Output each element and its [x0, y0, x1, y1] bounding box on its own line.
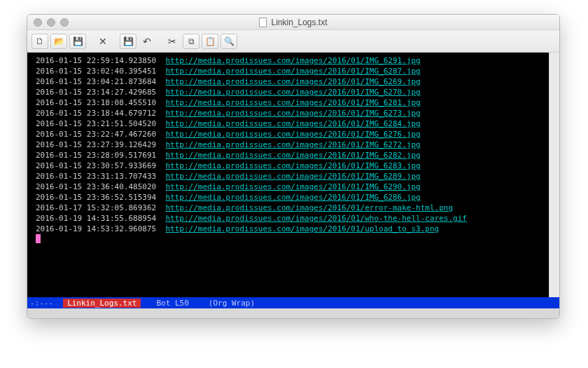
- toolbar: 🗋 📂 💾 ✕ 💾 ↶ ✂ ⧉ 📋 🔍: [27, 30, 559, 53]
- copy-button[interactable]: ⧉: [183, 34, 200, 49]
- modeline-position: Bot L50: [156, 299, 188, 308]
- log-url-link[interactable]: http://media.prodissues.com/images/2016/…: [165, 224, 439, 234]
- search-icon: 🔍: [224, 36, 234, 46]
- log-row: 2016-01-15 23:22:47.467260http://media.p…: [36, 129, 549, 139]
- log-url-link[interactable]: http://media.prodissues.com/images/2016/…: [165, 55, 420, 66]
- log-row: 2016-01-15 23:30:57.933669http://media.p…: [36, 161, 549, 171]
- log-row: 2016-01-15 22:59:14.923850http://media.p…: [36, 55, 549, 66]
- cursor-line: [36, 234, 549, 243]
- log-timestamp: 2016-01-15 23:36:40.485020: [36, 182, 156, 192]
- log-url-link[interactable]: http://media.prodissues.com/images/2016/…: [165, 108, 420, 118]
- log-row: 2016-01-15 23:02:40.395451http://media.p…: [36, 66, 549, 76]
- log-timestamp: 2016-01-15 23:30:57.933669: [36, 161, 156, 171]
- log-timestamp: 2016-01-15 23:27:39.126429: [36, 139, 156, 150]
- log-row: 2016-01-15 23:14:27.429685http://media.p…: [36, 87, 549, 97]
- save-button[interactable]: 💾: [120, 34, 136, 49]
- log-timestamp: 2016-01-15 23:04:21.873684: [36, 76, 156, 87]
- document-icon: [259, 18, 267, 27]
- log-timestamp: 2016-01-15 23:02:40.395451: [36, 66, 156, 76]
- log-timestamp: 2016-01-15 23:18:08.455510: [36, 97, 156, 108]
- log-timestamp: 2016-01-15 23:21:51.504520: [36, 118, 156, 129]
- log-row: 2016-01-15 23:18:08.455510http://media.p…: [36, 97, 549, 108]
- zoom-window-button[interactable]: [60, 18, 69, 27]
- close-icon: ✕: [99, 36, 107, 47]
- copy-icon: ⧉: [188, 36, 195, 46]
- save-icon: 💾: [123, 36, 134, 46]
- titlebar: Linkin_Logs.txt: [27, 15, 559, 30]
- log-timestamp: 2016-01-15 23:14:27.429685: [36, 87, 156, 97]
- log-url-link[interactable]: http://media.prodissues.com/images/2016/…: [165, 192, 420, 203]
- gutter: [27, 53, 36, 297]
- undo-button[interactable]: ↶: [139, 34, 155, 49]
- modeline-mode: (Org Wrap): [209, 299, 255, 308]
- new-file-button[interactable]: 🗋: [31, 34, 48, 49]
- modeline: -:--- Linkin_Logs.txt Bot L50 (Org Wrap): [27, 297, 559, 308]
- log-url-link[interactable]: http://media.prodissues.com/images/2016/…: [165, 139, 420, 150]
- text-content[interactable]: 2016-01-15 22:59:14.923850http://media.p…: [36, 53, 549, 297]
- log-url-link[interactable]: http://media.prodissues.com/images/2016/…: [165, 97, 420, 108]
- modeline-status: -:---: [30, 299, 53, 308]
- log-url-link[interactable]: http://media.prodissues.com/images/2016/…: [165, 182, 420, 192]
- disk-icon: 💾: [73, 36, 83, 46]
- modeline-filename: Linkin_Logs.txt: [63, 299, 141, 308]
- editor-area[interactable]: 2016-01-15 22:59:14.923850http://media.p…: [27, 53, 559, 297]
- new-file-icon: 🗋: [36, 36, 44, 46]
- log-url-link[interactable]: http://media.prodissues.com/images/2016/…: [165, 171, 420, 182]
- log-timestamp: 2016-01-15 23:18:44.679712: [36, 108, 156, 118]
- cut-button[interactable]: ✂: [164, 34, 181, 49]
- editor-window: Linkin_Logs.txt 🗋 📂 💾 ✕ 💾 ↶ ✂ ⧉ 📋 🔍 2016…: [27, 14, 560, 319]
- title-center: Linkin_Logs.txt: [27, 18, 559, 27]
- scrollbar[interactable]: [549, 53, 559, 297]
- log-url-link[interactable]: http://media.prodissues.com/images/2016/…: [165, 203, 453, 213]
- log-row: 2016-01-15 23:36:52.515394http://media.p…: [36, 192, 549, 203]
- minimize-window-button[interactable]: [47, 18, 55, 27]
- log-url-link[interactable]: http://media.prodissues.com/images/2016/…: [165, 161, 420, 171]
- paste-button[interactable]: 📋: [202, 34, 218, 49]
- log-url-link[interactable]: http://media.prodissues.com/images/2016/…: [165, 118, 420, 129]
- dired-button[interactable]: 💾: [69, 34, 86, 49]
- log-timestamp: 2016-01-19 14:31:55.688954: [36, 213, 156, 224]
- cut-icon: ✂: [168, 36, 176, 47]
- log-row: 2016-01-15 23:04:21.873684http://media.p…: [36, 76, 549, 87]
- log-timestamp: 2016-01-15 23:36:52.515394: [36, 192, 156, 203]
- log-row: 2016-01-17 15:32:05.869362http://media.p…: [36, 203, 549, 213]
- log-row: 2016-01-15 23:21:51.504520http://media.p…: [36, 118, 549, 129]
- log-row: 2016-01-15 23:31:13.707433http://media.p…: [36, 171, 549, 182]
- paste-icon: 📋: [205, 36, 216, 46]
- log-url-link[interactable]: http://media.prodissues.com/images/2016/…: [165, 150, 420, 161]
- log-url-link[interactable]: http://media.prodissues.com/images/2016/…: [165, 213, 466, 224]
- log-row: 2016-01-15 23:18:44.679712http://media.p…: [36, 108, 549, 118]
- close-window-button[interactable]: [34, 18, 42, 27]
- open-folder-icon: 📂: [54, 36, 64, 46]
- log-timestamp: 2016-01-15 22:59:14.923850: [36, 55, 156, 66]
- log-timestamp: 2016-01-15 23:31:13.707433: [36, 171, 156, 182]
- log-row: 2016-01-15 23:28:09.517691http://media.p…: [36, 150, 549, 161]
- open-file-button[interactable]: 📂: [50, 34, 67, 49]
- log-row: 2016-01-19 14:53:32.960875http://media.p…: [36, 224, 549, 234]
- log-timestamp: 2016-01-15 23:22:47.467260: [36, 129, 156, 139]
- log-timestamp: 2016-01-19 14:53:32.960875: [36, 224, 156, 234]
- kill-buffer-button[interactable]: ✕: [94, 34, 111, 49]
- log-url-link[interactable]: http://media.prodissues.com/images/2016/…: [165, 129, 420, 139]
- search-button[interactable]: 🔍: [220, 34, 237, 49]
- log-url-link[interactable]: http://media.prodissues.com/images/2016/…: [165, 76, 420, 87]
- minibuffer[interactable]: [27, 308, 559, 318]
- log-row: 2016-01-15 23:36:40.485020http://media.p…: [36, 182, 549, 192]
- traffic-lights: [34, 18, 69, 27]
- log-url-link[interactable]: http://media.prodissues.com/images/2016/…: [165, 87, 420, 97]
- text-cursor: [36, 234, 41, 243]
- log-row: 2016-01-19 14:31:55.688954http://media.p…: [36, 213, 549, 224]
- log-row: 2016-01-15 23:27:39.126429http://media.p…: [36, 139, 549, 150]
- window-title: Linkin_Logs.txt: [271, 18, 327, 27]
- log-timestamp: 2016-01-17 15:32:05.869362: [36, 203, 156, 213]
- undo-icon: ↶: [143, 36, 151, 47]
- log-url-link[interactable]: http://media.prodissues.com/images/2016/…: [165, 66, 420, 76]
- log-timestamp: 2016-01-15 23:28:09.517691: [36, 150, 156, 161]
